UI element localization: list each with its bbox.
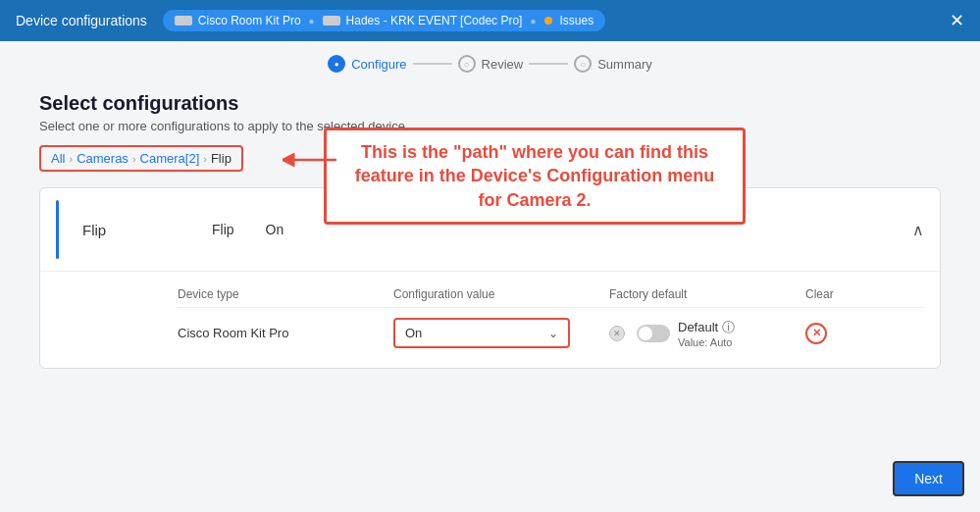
toggle-switch[interactable] [637, 325, 670, 342]
config-header-left: Flip Flip On [56, 200, 284, 259]
factory-info-icon[interactable]: ⓘ [722, 319, 735, 336]
step-line-1 [413, 63, 452, 65]
step-review: ○ Review [458, 55, 524, 73]
step-circle-review: ○ [458, 55, 476, 73]
row-device-type: Cisco Room Kit Pro [178, 326, 393, 340]
tab-separator: ● [309, 16, 315, 26]
top-bar-left: Device configurations Cisco Room Kit Pro… [16, 10, 605, 31]
issues-link[interactable]: Issues [560, 14, 594, 27]
row-config-value: On ⌄ [393, 318, 609, 348]
device-name: Cisco Room Kit Pro [175, 14, 301, 27]
breadcrumb-all[interactable]: All [51, 151, 65, 166]
col-header-config-value: Configuration value [393, 287, 609, 301]
room-name: Hades - KRK EVENT [Codec Pro] [323, 14, 523, 27]
config-current-value: On [266, 222, 284, 237]
stepper: Configure ○ Review ○ Summary [0, 41, 980, 82]
step-configure: Configure [328, 55, 406, 73]
card-accent-bar [56, 200, 59, 259]
step-circle-configure [328, 55, 345, 73]
factory-default-info: Default ⓘ Value: Auto [678, 319, 735, 348]
step-summary: ○ Summary [574, 55, 652, 73]
breadcrumb: All › Cameras › Camera[2] › Flip [39, 145, 243, 172]
toggle-knob [639, 327, 652, 340]
step-label-summary: Summary [597, 57, 652, 72]
next-button[interactable]: Next [893, 461, 964, 496]
dropdown-chevron-icon: ⌄ [548, 327, 558, 340]
config-table: Device type Configuration value Factory … [40, 272, 940, 368]
step-label-review: Review [482, 57, 524, 72]
breadcrumb-camera2[interactable]: Camera[2] [140, 151, 200, 166]
breadcrumb-flip: Flip [211, 151, 232, 166]
table-header: Device type Configuration value Factory … [178, 282, 924, 308]
device-tab[interactable]: Cisco Room Kit Pro ● Hades - KRK EVENT [… [163, 10, 605, 31]
step-label-configure: Configure [351, 57, 406, 72]
tab-separator2: ● [530, 16, 536, 26]
table-row: Cisco Room Kit Pro On ⌄ ✕ Default [178, 308, 924, 358]
step-circle-summary: ○ [574, 55, 592, 73]
config-label: Flip [82, 222, 200, 238]
breadcrumb-sep-1: › [69, 153, 73, 165]
config-value-dropdown[interactable]: On ⌄ [393, 318, 570, 348]
annotation-arrow-icon [283, 145, 341, 175]
close-button[interactable]: ✕ [950, 12, 964, 29]
col-header-factory-default: Factory default [609, 287, 805, 301]
breadcrumb-sep-2: › [132, 153, 136, 165]
breadcrumb-cameras[interactable]: Cameras [77, 151, 129, 166]
chevron-up-icon[interactable]: ∧ [912, 221, 924, 239]
col-header-device-type: Device type [178, 287, 393, 301]
page-title: Select configurations [39, 92, 941, 115]
issues-dot [544, 17, 552, 25]
step-line-2 [529, 63, 568, 65]
dropdown-selected: On [405, 326, 422, 340]
clear-button[interactable]: ✕ [805, 323, 827, 344]
annotation-text: This is the "path" where you can find th… [342, 140, 727, 212]
factory-label: Default [678, 320, 718, 334]
top-bar: Device configurations Cisco Room Kit Pro… [0, 0, 980, 41]
factory-sub-value: Value: Auto [678, 336, 735, 348]
toggle-x-icon: ✕ [609, 326, 625, 341]
config-name: Flip [212, 222, 234, 237]
row-clear: ✕ [805, 323, 827, 344]
annotation-box: This is the "path" where you can find th… [324, 128, 746, 225]
col-header-clear: Clear [805, 287, 834, 301]
app-title: Device configurations [16, 13, 147, 28]
row-factory-default: ✕ Default ⓘ Value: Auto [609, 319, 805, 348]
breadcrumb-sep-3: › [203, 153, 207, 165]
